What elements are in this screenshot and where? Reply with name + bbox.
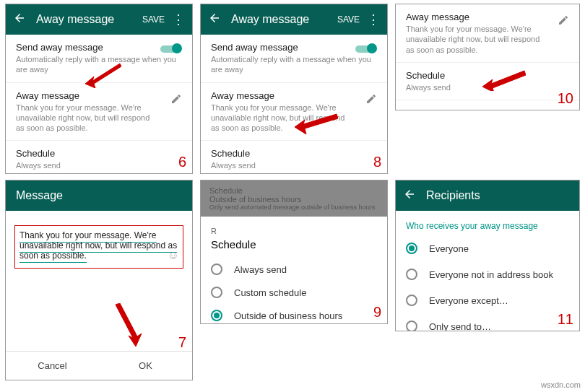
step-number: 7 (178, 334, 186, 351)
send-away-row[interactable]: Send away message Automatically reply wi… (201, 35, 387, 83)
app-bar: Message (6, 180, 192, 211)
step-number: 6 (178, 154, 186, 170)
app-bar: Away message SAVE ⋮ (6, 4, 192, 35)
schedule-row[interactable]: Schedule Always send (396, 63, 579, 100)
away-message-title: Away message (211, 90, 377, 101)
schedule-title: Schedule (406, 70, 569, 81)
recipients-option[interactable]: Everyone not in address book (396, 261, 579, 287)
svg-marker-1 (116, 303, 142, 347)
away-message-title: Away message (16, 90, 182, 101)
app-bar: Away message SAVE ⋮ (201, 4, 387, 35)
send-away-sub: Automatically reply with a message when … (16, 54, 182, 75)
app-title: Away message (231, 13, 337, 26)
send-away-row[interactable]: Send away message Automatically reply wi… (6, 35, 192, 83)
schedule-dialog-title: Schedule (211, 238, 377, 251)
recipients-title: Recipients (406, 108, 569, 110)
dim-sub2: Only send automated message outside of b… (209, 204, 378, 211)
save-button[interactable]: SAVE (337, 14, 360, 25)
away-message-sub: Thank you for your message. We're unavai… (16, 103, 153, 134)
schedule-option[interactable]: Custom schedule (211, 281, 377, 304)
schedule-sub: Always send (211, 160, 377, 170)
away-message-row[interactable]: Away message Thank you for your message.… (6, 83, 192, 141)
cancel-button[interactable]: Cancel (6, 352, 99, 380)
schedule-option-label: Always send (234, 264, 287, 275)
message-text: Thank you for your message. We're unavai… (20, 230, 177, 263)
radio-icon (406, 321, 417, 331)
message-input[interactable]: Thank you for your message. We're unavai… (14, 225, 183, 269)
dialog-buttons: Cancel OK (6, 351, 192, 380)
radio-icon (211, 263, 222, 275)
away-message-row[interactable]: Away message Thank you for your message.… (201, 83, 387, 141)
step-number: 10 (558, 90, 573, 107)
schedule-row[interactable]: Schedule Always send (201, 141, 387, 174)
radio-icon (406, 295, 417, 306)
schedule-title: Schedule (211, 148, 377, 159)
app-title: Away message (36, 13, 142, 26)
radio-icon (211, 287, 222, 298)
edit-icon[interactable] (558, 14, 569, 29)
send-away-title: Send away message (211, 42, 377, 53)
schedule-option-label: Outside of business hours (234, 310, 342, 321)
schedule-title: Schedule (16, 148, 182, 159)
send-away-sub: Automatically reply with a message when … (211, 54, 377, 75)
arrow-annotation (114, 303, 150, 347)
schedule-dialog: R Schedule Always send Custom schedule O… (201, 217, 387, 324)
schedule-option-label: Custom schedule (234, 287, 306, 298)
recipients-option[interactable]: Everyone (396, 235, 579, 261)
more-icon[interactable]: ⋮ (367, 12, 380, 27)
recipients-option-label: Everyone (429, 243, 469, 254)
emoji-icon[interactable]: ☺ (168, 249, 179, 262)
away-message-sub: Thank you for your message. We're unavai… (211, 103, 348, 134)
save-button[interactable]: SAVE (142, 14, 165, 25)
step-number: 9 (373, 304, 381, 321)
dim-title: Schedule (209, 186, 378, 195)
app-bar: Recipients (396, 180, 579, 211)
radio-icon (211, 310, 222, 321)
dimmed-background: Schedule Outside of business hours Only … (201, 180, 387, 217)
ok-button[interactable]: OK (99, 352, 192, 380)
dim-sub: Outside of business hours (209, 195, 378, 204)
edit-icon[interactable] (365, 93, 377, 108)
recipients-option[interactable]: Only send to… (396, 313, 579, 331)
back-icon[interactable] (208, 12, 222, 27)
away-message-row[interactable]: Away message Thank you for your message.… (396, 4, 579, 63)
radio-icon (406, 243, 417, 254)
dialog-title: Message (16, 189, 185, 202)
send-away-toggle[interactable] (355, 43, 377, 55)
recipients-option-label: Only send to… (429, 321, 491, 332)
edit-icon[interactable] (170, 93, 182, 108)
away-message-sub: Thank you for your message. We're unavai… (406, 24, 543, 55)
send-away-toggle[interactable] (160, 43, 182, 55)
schedule-sub: Always send (406, 82, 569, 92)
schedule-option[interactable]: Outside of business hours (211, 304, 377, 324)
watermark: wsxdn.com (541, 380, 581, 389)
schedule-sub: Always send (16, 160, 182, 170)
send-away-title: Send away message (16, 42, 182, 53)
step-number: 8 (373, 154, 381, 170)
radio-icon (406, 269, 417, 280)
back-icon[interactable] (403, 188, 417, 204)
more-icon[interactable]: ⋮ (172, 12, 185, 27)
back-icon[interactable] (13, 12, 27, 27)
recipients-row[interactable]: Recipients Send to everyone (396, 100, 579, 110)
away-message-title: Away message (406, 12, 569, 22)
app-title: Recipients (426, 189, 572, 202)
schedule-option[interactable]: Always send (211, 258, 377, 281)
step-number: 11 (558, 311, 573, 328)
recipients-option[interactable]: Everyone except… (396, 287, 579, 313)
schedule-row[interactable]: Schedule Always send (6, 141, 192, 174)
recipients-option-label: Everyone except… (429, 295, 508, 306)
recipients-subhead: Who receives your away message (396, 211, 579, 235)
recipients-option-label: Everyone not in address book (429, 269, 553, 280)
